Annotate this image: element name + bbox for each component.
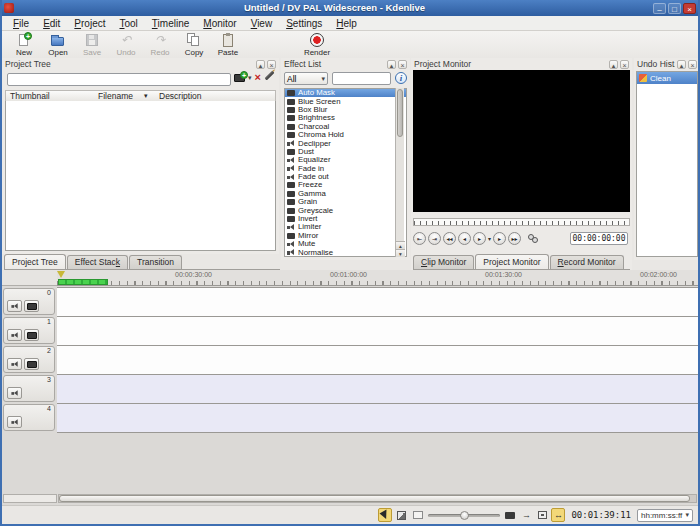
timeline-zoom-slider[interactable] (428, 508, 500, 522)
play-menu-icon[interactable]: ▾ (488, 235, 491, 242)
hide-video-button[interactable] (24, 300, 39, 312)
menu-view[interactable]: View (244, 16, 280, 31)
effect-list-panel: Effect List ▴ × All ▾ i Auto Mask Blue S… (281, 58, 410, 260)
effect-search-input[interactable] (332, 72, 391, 85)
hscrollbar-thumb[interactable] (59, 495, 690, 502)
toolbar-open-button[interactable]: Open (41, 32, 75, 58)
mute-track-button[interactable] (7, 300, 22, 312)
close-button[interactable]: × (683, 3, 696, 14)
timeline-playhead[interactable] (57, 271, 65, 278)
float-panel-icon[interactable]: ▴ (677, 60, 686, 69)
tab-project-monitor[interactable]: Project Monitor (475, 254, 548, 269)
hide-video-button[interactable] (24, 329, 39, 341)
add-clip-dropdown-icon[interactable]: ▾ (248, 74, 252, 82)
scroll-up-icon[interactable]: ▴ (396, 241, 405, 249)
minimize-button[interactable]: – (653, 3, 666, 14)
close-panel-icon[interactable]: × (688, 60, 697, 69)
menu-monitor[interactable]: Monitor (196, 16, 243, 31)
paste-icon (220, 33, 236, 48)
tab-effect-stack[interactable]: Effect Stack (67, 255, 128, 269)
close-panel-icon[interactable]: × (267, 60, 276, 69)
marker-comments-icon[interactable] (535, 508, 549, 522)
hide-video-button[interactable] (24, 358, 39, 370)
mute-track-button[interactable] (7, 358, 22, 370)
track-header-1[interactable]: 1 (3, 317, 55, 344)
sort-arrow-icon[interactable]: ▾ (144, 91, 148, 101)
menu-project[interactable]: Project (67, 16, 112, 31)
column-description[interactable]: Description (159, 91, 202, 101)
set-zone-start-button[interactable]: ⇤ (413, 232, 426, 245)
timeline-ruler[interactable]: 00:00:30:0000:01:00:0000:01:30:0000:02:0… (57, 270, 698, 286)
effect-list-scrollbar[interactable]: ▴ ▾ (395, 88, 404, 257)
effect-item-normalise[interactable]: Normalise (285, 248, 406, 256)
tab-project-tree[interactable]: Project Tree (4, 254, 66, 269)
selection-tool-icon[interactable] (378, 508, 392, 522)
video-thumbnails-icon[interactable] (503, 508, 517, 522)
add-clip-icon[interactable]: + (234, 74, 245, 82)
timeline-zone-bar[interactable] (58, 279, 108, 285)
tab-transition[interactable]: Transition (129, 255, 182, 269)
video-effect-icon (287, 115, 295, 121)
set-zone-end-button[interactable]: ⇥ (428, 232, 441, 245)
effect-filter-select[interactable]: All ▾ (284, 72, 328, 85)
toolbar-render-button[interactable]: Render (297, 32, 337, 58)
zoom-fit-icon[interactable] (413, 511, 423, 519)
tab-record-monitor[interactable]: Record Monitor (550, 255, 624, 269)
next-frame-button[interactable]: ▸ (493, 232, 506, 245)
effect-list[interactable]: Auto Mask Blue Screen Box Blur Brightnes… (284, 88, 407, 257)
play-button[interactable]: ▸ (473, 232, 486, 245)
menu-tool[interactable]: Tool (112, 16, 144, 31)
toolbar-paste-button[interactable]: Paste (211, 32, 245, 58)
razor-tool-icon[interactable] (394, 508, 408, 522)
snap-icon[interactable]: ↔ (551, 508, 565, 522)
scroll-down-icon[interactable]: ▾ (396, 249, 405, 257)
track-0-video[interactable] (57, 288, 698, 317)
column-thumbnail[interactable]: Thumbnail (10, 91, 50, 101)
forward-button[interactable]: ▸▸ (508, 232, 521, 245)
rewind-button[interactable]: ◂◂ (443, 232, 456, 245)
track-header-4[interactable]: 4 (3, 404, 55, 431)
menu-settings[interactable]: Settings (279, 16, 329, 31)
float-panel-icon[interactable]: ▴ (387, 60, 396, 69)
hscrollbar-track[interactable] (58, 494, 697, 503)
titlebar[interactable]: Untitled / DV PAL Widescreen - Kdenlive … (0, 0, 700, 16)
menu-edit[interactable]: Edit (36, 16, 67, 31)
track-1-video[interactable] (57, 317, 698, 346)
toolbar-new-button[interactable]: + New (7, 32, 41, 58)
mute-track-button[interactable] (7, 387, 22, 399)
track-4-audio[interactable] (57, 404, 698, 433)
monitor-config-icon[interactable] (528, 233, 538, 243)
toolbar-copy-button[interactable]: Copy (177, 32, 211, 58)
project-tree-search-input[interactable] (7, 73, 231, 86)
project-tree-list[interactable] (5, 101, 276, 251)
track-header-2[interactable]: 2 (3, 346, 55, 373)
undo-history-list[interactable]: Clean (636, 71, 698, 257)
scrollbar-thumb[interactable] (397, 89, 403, 137)
audio-thumbnails-icon[interactable]: → (519, 508, 533, 522)
float-panel-icon[interactable]: ▴ (256, 60, 265, 69)
track-2-video[interactable] (57, 346, 698, 375)
timecode-format-select[interactable]: hh:mm:ss:ff ▾ (637, 509, 693, 522)
menu-timeline[interactable]: Timeline (145, 16, 196, 31)
previous-frame-button[interactable]: ◂ (458, 232, 471, 245)
menu-file[interactable]: File (6, 16, 36, 31)
tab-clip-monitor[interactable]: Clip Monitor (413, 255, 474, 269)
undo-item-clean[interactable]: Clean (637, 72, 697, 84)
mute-track-button[interactable] (7, 329, 22, 341)
mute-track-button[interactable] (7, 416, 22, 428)
close-panel-icon[interactable]: × (398, 60, 407, 69)
effect-info-button[interactable]: i (395, 72, 407, 84)
zoom-slider-handle[interactable] (460, 511, 469, 520)
menu-help[interactable]: Help (329, 16, 364, 31)
float-panel-icon[interactable]: ▴ (609, 60, 618, 69)
monitor-timecode[interactable]: 00:00:00:00 (570, 232, 628, 245)
delete-clip-icon[interactable]: × (255, 72, 261, 83)
close-panel-icon[interactable]: × (620, 60, 629, 69)
maximize-button[interactable]: □ (668, 3, 681, 14)
track-header-0[interactable]: 0 (3, 288, 55, 315)
track-3-audio[interactable] (57, 375, 698, 404)
edit-clip-icon[interactable] (265, 71, 275, 81)
monitor-seek-ruler[interactable] (413, 218, 630, 226)
track-header-3[interactable]: 3 (3, 375, 55, 402)
column-filename[interactable]: Filename (98, 91, 133, 101)
